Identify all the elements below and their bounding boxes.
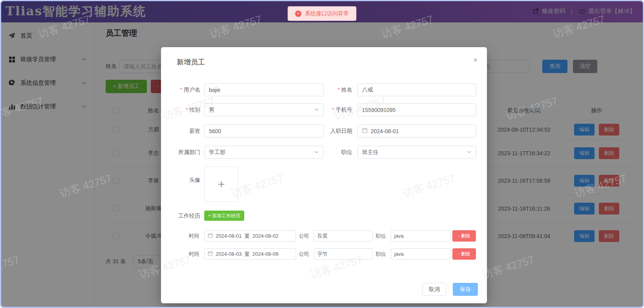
calendar-icon bbox=[208, 251, 213, 257]
exp-position-label: 职位 bbox=[376, 233, 386, 240]
exp-start-date: 2024-08-01 bbox=[216, 233, 242, 239]
exp-delete-button[interactable]: - 删除 bbox=[452, 248, 476, 260]
toast-message: 系统接口访问异常 bbox=[305, 10, 349, 17]
gender-label: 性别 bbox=[165, 106, 200, 114]
add-employee-dialog: 新增员工 × 用户名 bajie 姓名 八戒 性别 男 手机号 15590091… bbox=[161, 47, 487, 303]
save-button[interactable]: 保存 bbox=[453, 283, 478, 296]
exp-time-label: 时间 bbox=[189, 251, 199, 258]
username-input[interactable]: bajie bbox=[204, 83, 324, 96]
entry-date-label: 入职日期 bbox=[317, 128, 352, 135]
department-label: 所属部门 bbox=[165, 149, 200, 156]
add-work-exp-button[interactable]: + 添加工作经历 bbox=[204, 211, 244, 221]
exp-company-label: 公司 bbox=[299, 233, 309, 240]
salary-label: 薪资 bbox=[165, 128, 200, 135]
exp-company-input[interactable]: 百度 bbox=[314, 230, 373, 242]
avatar-label: 头像 bbox=[165, 177, 200, 184]
exp-to-label: 至 bbox=[245, 233, 250, 240]
calendar-icon bbox=[362, 128, 368, 134]
exp-position: java bbox=[394, 233, 404, 239]
exp-company: 字节 bbox=[317, 251, 327, 258]
avatar-upload[interactable]: + bbox=[204, 167, 238, 202]
work-exp-row: 时间2024-08-03至2024-08-09公司字节职位java- 删除 bbox=[161, 248, 487, 260]
chevron-down-icon bbox=[467, 149, 472, 156]
salary-input[interactable]: 5600 bbox=[204, 125, 324, 138]
exp-date-range-input[interactable]: 2024-08-03至2024-08-09 bbox=[204, 248, 296, 260]
calendar-icon bbox=[208, 233, 213, 239]
error-circle-icon: ✕ bbox=[295, 11, 302, 17]
error-toast: ✕ 系统接口访问异常 bbox=[288, 6, 357, 21]
gender-select[interactable]: 男 bbox=[204, 103, 324, 116]
name-label: 姓名 bbox=[317, 86, 352, 94]
exp-position-input[interactable]: java bbox=[391, 248, 450, 260]
exp-to-label: 至 bbox=[245, 251, 250, 258]
entry-date-input[interactable]: 2024-08-01 bbox=[357, 125, 476, 138]
work-exp-label: 工作经历 bbox=[165, 213, 200, 220]
exp-position-label: 职位 bbox=[376, 251, 386, 258]
phone-input[interactable]: 15590091095 bbox=[357, 103, 476, 116]
name-input[interactable]: 八戒 bbox=[357, 83, 476, 96]
exp-date-range-input[interactable]: 2024-08-01至2024-08-02 bbox=[204, 230, 296, 242]
exp-end-date: 2024-08-02 bbox=[252, 233, 279, 239]
exp-start-date: 2024-08-03 bbox=[216, 251, 242, 257]
username-label: 用户名 bbox=[165, 86, 200, 94]
plus-icon: + bbox=[218, 178, 225, 191]
position-label: 职位 bbox=[317, 149, 352, 156]
close-icon[interactable]: × bbox=[473, 57, 478, 64]
exp-position-input[interactable]: java bbox=[391, 230, 450, 242]
work-exp-row: 时间2024-08-01至2024-08-02公司百度职位java- 删除 bbox=[161, 230, 487, 242]
dialog-title: 新增员工 bbox=[177, 57, 205, 67]
exp-company-label: 公司 bbox=[299, 251, 309, 258]
app-window: Tlias智能学习辅助系统 修改密码 | 退出登录【林冲】 ✕ 系统接口访问异常 bbox=[0, 0, 644, 308]
exp-delete-button[interactable]: - 删除 bbox=[452, 230, 476, 242]
exp-company-input[interactable]: 字节 bbox=[314, 248, 373, 260]
position-select[interactable]: 班主任 bbox=[357, 146, 476, 159]
exp-time-label: 时间 bbox=[189, 233, 199, 240]
phone-label: 手机号 bbox=[317, 106, 352, 114]
exp-end-date: 2024-08-09 bbox=[252, 251, 279, 257]
department-select[interactable]: 学工部 bbox=[204, 146, 324, 159]
cancel-button[interactable]: 取消 bbox=[422, 283, 446, 296]
exp-company: 百度 bbox=[317, 233, 327, 240]
exp-position: java bbox=[394, 251, 404, 257]
